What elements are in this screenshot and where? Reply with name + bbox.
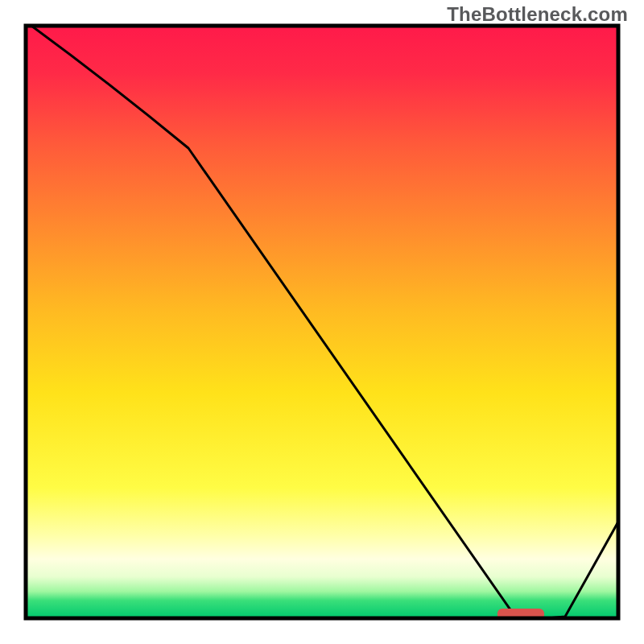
chart-gradient-bg (26, 26, 618, 618)
watermark-text: TheBottleneck.com (447, 3, 628, 26)
chart-svg (0, 0, 644, 644)
chart-container: TheBottleneck.com (0, 0, 644, 644)
